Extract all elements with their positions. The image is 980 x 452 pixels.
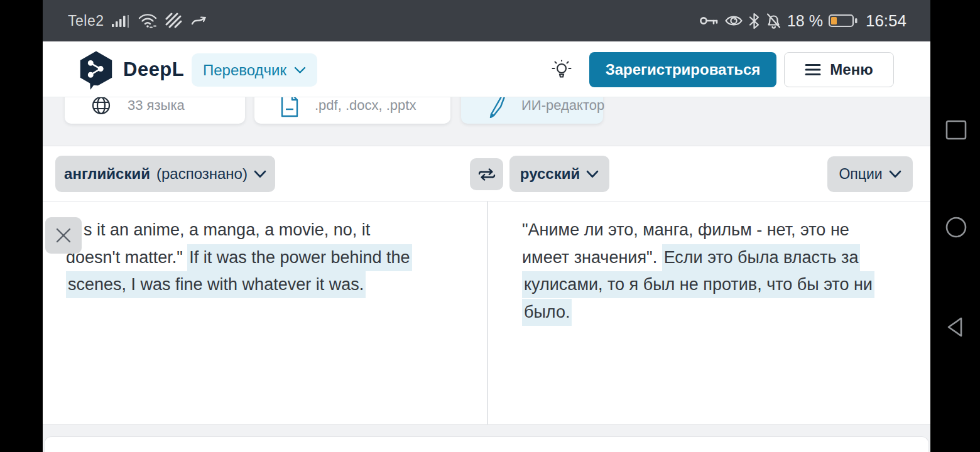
clear-source-button[interactable] xyxy=(45,217,82,254)
tab-label: 33 языка xyxy=(128,97,185,114)
tab-text-translation[interactable]: 33 языка xyxy=(65,97,245,124)
notifications-off-icon xyxy=(765,13,782,30)
translator-card: английский (распознано) xyxy=(43,146,930,425)
tab-label: ИИ-редактор xyxy=(521,97,604,114)
text-line: было. xyxy=(522,299,918,326)
signup-button[interactable]: Зарегистрироваться xyxy=(589,52,776,87)
text-line: имеет значения". Если это была власть за xyxy=(522,244,918,272)
target-language-label: русский xyxy=(520,165,580,183)
chevron-down-icon xyxy=(294,67,306,74)
source-text-area[interactable]: s it an anime, a manga, a movie, no, itd… xyxy=(43,202,487,425)
target-text: "Аниме ли это, манга, фильм - нет, это н… xyxy=(522,217,918,326)
wifi-icon xyxy=(138,12,158,30)
options-button[interactable]: Опции xyxy=(827,156,913,192)
recents-button[interactable] xyxy=(945,119,967,141)
data-curve-icon xyxy=(190,13,209,28)
text-line: кулисами, то я был не против, что бы это… xyxy=(522,271,918,299)
back-button[interactable] xyxy=(945,316,967,338)
home-button[interactable] xyxy=(945,216,967,239)
close-icon xyxy=(55,227,72,244)
target-language-button[interactable]: русский xyxy=(509,156,609,192)
chevron-down-icon xyxy=(586,170,599,178)
text-line: scenes, I was fine with whatever it was. xyxy=(66,271,481,299)
pen-icon xyxy=(485,97,508,118)
feature-tabs-row: 33 языка .pdf, .docx, .pptx xyxy=(43,97,930,146)
source-text: s it an anime, a manga, a movie, no, itd… xyxy=(66,217,481,299)
swap-languages-button[interactable] xyxy=(470,158,503,190)
key-icon xyxy=(699,13,719,28)
vowifi-hatch-icon xyxy=(165,13,183,29)
phone-screen: Tele2 xyxy=(0,0,980,452)
text-line: "Аниме ли это, манга, фильм - нет, это н… xyxy=(522,217,918,244)
menu-label: Меню xyxy=(830,61,873,78)
text-line: doesn't matter." If it was the power beh… xyxy=(66,244,481,272)
source-language-button[interactable]: английский (распознано) xyxy=(55,156,275,192)
clock-label: 16:54 xyxy=(866,11,906,31)
browser-viewport: DeepL Переводчик Зарегистрироваться Меню xyxy=(43,41,930,452)
signal-strength-icon xyxy=(111,13,130,29)
text-line: s it an anime, a manga, a movie, no, it xyxy=(84,217,481,244)
language-bar: английский (распознано) xyxy=(43,146,930,202)
document-icon xyxy=(278,97,301,118)
globe-icon xyxy=(89,97,114,118)
lightbulb-icon[interactable] xyxy=(549,57,574,82)
product-selector-button[interactable]: Переводчик xyxy=(192,53,317,87)
swap-arrows-icon xyxy=(477,166,496,183)
chevron-down-icon xyxy=(254,170,266,178)
status-bar-right: 18 % 16:54 xyxy=(699,11,906,31)
eye-comfort-icon xyxy=(724,13,743,28)
source-language-detected-note: (распознано) xyxy=(156,165,248,183)
battery-icon xyxy=(828,13,858,29)
carrier-label: Tele2 xyxy=(68,13,104,30)
product-selector-label: Переводчик xyxy=(203,62,286,79)
tab-ai-editor[interactable]: ИИ-редактор xyxy=(461,97,603,124)
bluetooth-icon xyxy=(748,13,760,30)
tab-file-translation[interactable]: .pdf, .docx, .pptx xyxy=(254,97,450,124)
next-section-card xyxy=(44,436,929,452)
battery-percent-label: 18 % xyxy=(787,12,823,30)
menu-button[interactable]: Меню xyxy=(784,52,894,87)
android-nav-bar xyxy=(930,0,980,452)
status-bar-left: Tele2 xyxy=(68,12,209,30)
status-bar: Tele2 xyxy=(43,0,930,41)
deepl-header: DeepL Переводчик Зарегистрироваться Меню xyxy=(43,41,930,97)
chevron-down-icon xyxy=(889,170,901,178)
options-label: Опции xyxy=(839,166,882,183)
source-language-label: английский xyxy=(64,165,150,183)
hamburger-icon xyxy=(805,63,821,76)
target-text-area[interactable]: "Аниме ли это, манга, фильм - нет, это н… xyxy=(488,202,930,425)
deepl-wordmark[interactable]: DeepL xyxy=(123,41,184,97)
deepl-logo-icon[interactable] xyxy=(75,50,117,90)
translation-panes: s it an anime, a manga, a movie, no, itd… xyxy=(43,202,930,425)
tab-label: .pdf, .docx, .pptx xyxy=(315,97,416,114)
